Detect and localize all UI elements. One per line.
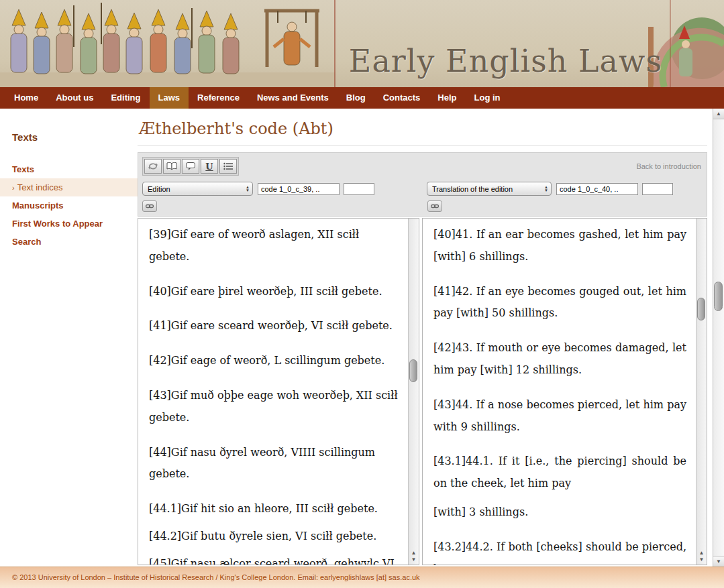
sidebar-item-manuscripts[interactable]: Manuscripts <box>0 196 138 215</box>
sidebar-item-texts[interactable]: Texts <box>0 160 138 178</box>
nav-item-home[interactable]: Home <box>5 87 47 109</box>
law-entry: [with] 3 shillings. <box>433 502 686 524</box>
pane-link-row <box>142 200 701 212</box>
toolbar-button-group: U <box>142 157 239 176</box>
right-pane-link-icon[interactable] <box>427 200 442 212</box>
law-entry: [44.1]Gif hit sio an hleore, III sciłł g… <box>149 498 399 520</box>
select-arrows-icon: ▲▼ <box>246 186 250 192</box>
footer-text: © 2013 University of London – Institute … <box>12 573 420 581</box>
scrollbar-arrows[interactable]: ▲▼ <box>409 550 419 563</box>
underline-glyph: U <box>205 162 213 172</box>
footer: © 2013 University of London – Institute … <box>0 567 724 588</box>
back-to-introduction-link[interactable]: Back to introduction <box>636 162 701 170</box>
scroll-down-icon[interactable]: ▼ <box>411 556 417 563</box>
left-pane-select[interactable]: Edition ▲▼ <box>142 182 253 196</box>
text-panels: [39]Gif eare of weorð aslagen, XII sciłł… <box>138 218 707 565</box>
scroll-down-icon[interactable]: ▼ <box>713 556 724 567</box>
sidebar: Texts Texts ›Text indices Manuscripts Fi… <box>0 109 138 251</box>
comment-icon[interactable] <box>182 159 199 174</box>
law-entry: [41]Gif eare sceard weorðeþ, VI sciłł ge… <box>149 315 399 337</box>
chevron-right-icon: › <box>12 184 15 192</box>
law-entry: [43.1]44.1. If it [i.e., the piercing] s… <box>433 451 686 495</box>
scrollbar-thumb[interactable] <box>409 359 417 382</box>
left-pane-ref-input[interactable] <box>258 183 340 195</box>
sidebar-item-label: Text indices <box>17 182 63 192</box>
scroll-up-icon[interactable]: ▲ <box>713 109 724 119</box>
right-pane-selector-group: Translation of the edition ▲▼ <box>427 182 673 196</box>
left-pane-aux-input[interactable] <box>344 183 374 195</box>
main-content: Æthelberht's code (Abt) U <box>138 109 707 565</box>
sidebar-heading: Texts <box>12 131 138 143</box>
banner: Early English Laws <box>0 0 724 87</box>
scroll-up-icon[interactable]: ▲ <box>411 550 417 556</box>
nav-item-contacts[interactable]: Contacts <box>374 87 429 109</box>
right-pane-aux-input[interactable] <box>642 183 673 195</box>
law-entry: [44.2]Gif butu ðyrele sien, VI sciłł geb… <box>149 526 399 548</box>
sidebar-item-search[interactable]: Search <box>0 233 138 251</box>
law-entry: [43]Gif muð oþþe eage woh weorðeþ, XII s… <box>149 385 399 429</box>
nav-item-help[interactable]: Help <box>429 87 465 109</box>
book-icon[interactable] <box>163 159 180 174</box>
law-entry: [42]Gif eage of weorð, L scillingum gebe… <box>149 350 399 372</box>
title-divider <box>138 145 707 145</box>
scrollbar-arrows[interactable]: ▲▼ <box>696 550 707 563</box>
pane-selectors: Edition ▲▼ Translation of the edition ▲▼ <box>142 182 701 196</box>
left-pane-select-value: Edition <box>148 185 170 193</box>
sync-icon[interactable] <box>144 159 162 174</box>
scrollbar-thumb[interactable] <box>714 282 723 311</box>
nav-item-log-in[interactable]: Log in <box>466 87 509 109</box>
law-entry: [39]Gif eare of weorð aslagen, XII sciłł… <box>149 224 399 268</box>
law-entry: [42]43. If mouth or eye becomes damaged,… <box>433 337 686 381</box>
nav-item-editing[interactable]: Editing <box>102 87 149 109</box>
translation-text: [40]41. If an ear becomes gashed, let hi… <box>423 219 696 565</box>
nav-item-news-and-events[interactable]: News and Events <box>248 87 338 109</box>
right-pane-select-value: Translation of the edition <box>432 185 513 193</box>
edition-panel: [39]Gif eare of weorð aslagen, XII sciłł… <box>138 218 419 565</box>
law-entry: [40]Gif eare þirel weorðeþ, III sciłł ge… <box>149 281 399 303</box>
nav-item-about-us[interactable]: About us <box>47 87 102 109</box>
nav-item-laws[interactable]: Laws <box>150 87 189 109</box>
page-scrollbar[interactable]: ▲ ▼ <box>713 109 724 567</box>
translation-scrollbar[interactable]: ▲▼ <box>696 219 707 565</box>
translation-panel: [40]41. If an ear becomes gashed, let hi… <box>422 218 707 565</box>
law-entry: [41]42. If an eye becomes gouged out, le… <box>433 281 686 325</box>
left-pane-link-icon[interactable] <box>142 200 157 212</box>
law-entry: [44]Gif nasu ðyrel weorð, VIIII scilling… <box>149 442 399 486</box>
scroll-down-icon[interactable]: ▼ <box>699 556 705 563</box>
nav-item-reference[interactable]: Reference <box>189 87 248 109</box>
sidebar-item-text-indices[interactable]: ›Text indices <box>0 178 138 196</box>
law-entry: [43.2]44.2. If both [cheeks] should be p… <box>433 536 686 565</box>
viewer-controls: U Back to introduction Edition ▲▼ Transl… <box>138 152 707 217</box>
scrollbar-thumb[interactable] <box>697 298 705 320</box>
nav-item-blog[interactable]: Blog <box>338 87 374 109</box>
site-title: Early English Laws <box>349 43 662 79</box>
main-nav: Home About us Editing Laws Reference New… <box>0 87 724 109</box>
select-arrows-icon: ▲▼ <box>544 186 548 192</box>
underline-icon[interactable]: U <box>201 159 218 174</box>
law-entry: [40]41. If an ear becomes gashed, let hi… <box>433 224 686 268</box>
page-title: Æthelberht's code (Abt) <box>139 119 707 138</box>
scroll-up-icon[interactable]: ▲ <box>699 550 705 556</box>
edition-scrollbar[interactable]: ▲▼ <box>408 219 419 565</box>
law-entry: [43]44. If a nose becomes pierced, let h… <box>433 394 686 438</box>
sidebar-item-first-works[interactable]: First Works to Appear <box>0 215 138 233</box>
right-pane-select[interactable]: Translation of the edition ▲▼ <box>427 182 552 196</box>
list-icon[interactable] <box>219 159 237 174</box>
law-entry: [45]Gif nasu ælcor sceard weorð, gehwylc… <box>149 553 399 565</box>
viewer-toolbar: U Back to introduction <box>142 157 701 176</box>
edition-text: [39]Gif eare of weorð aslagen, XII sciłł… <box>138 219 408 565</box>
right-pane-ref-input[interactable] <box>556 183 638 195</box>
